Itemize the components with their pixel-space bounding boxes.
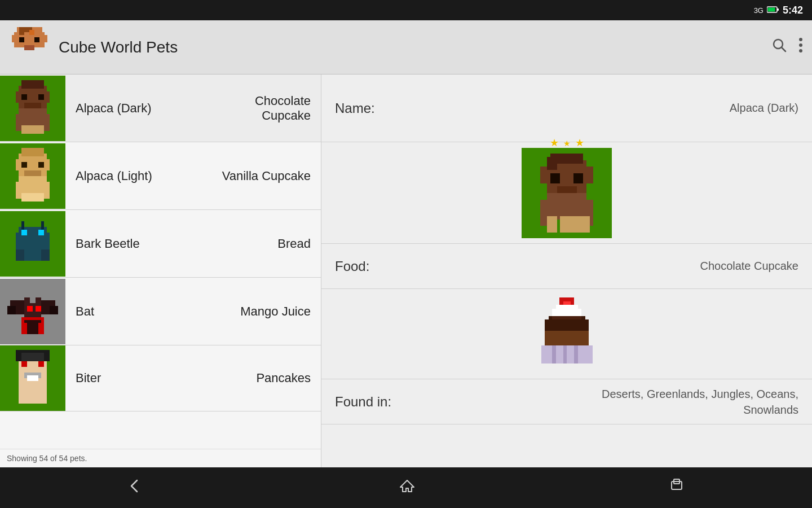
app-title: Cube World Pets [59, 38, 771, 56]
svg-rect-42 [38, 193, 44, 202]
svg-rect-7 [19, 37, 24, 42]
pet-name: Alpaca (Dark) [76, 101, 255, 116]
svg-rect-61 [36, 306, 41, 312]
status-icons: 3G 5:42 [754, 5, 803, 16]
svg-rect-45 [21, 148, 44, 156]
status-bar: 3G 5:42 [0, 0, 812, 20]
app-bar: Cube World Pets [0, 20, 812, 75]
svg-rect-24 [19, 108, 47, 125]
svg-point-13 [774, 40, 783, 49]
svg-rect-96 [574, 345, 578, 364]
svg-rect-6 [42, 34, 47, 42]
pet-thumbnail [0, 143, 65, 209]
svg-rect-20 [44, 91, 50, 103]
svg-rect-39 [16, 182, 21, 199]
svg-rect-26 [44, 114, 50, 131]
pet-name: Bat [76, 304, 240, 319]
detail-pet-image: ★ ★ ★ [522, 148, 612, 238]
svg-rect-34 [44, 159, 50, 170]
signal-icon: 3G [754, 6, 764, 15]
svg-point-17 [799, 49, 802, 52]
svg-rect-19 [16, 91, 21, 103]
pet-list-panel: Alpaca (Dark) ChocolateCupcake [0, 75, 321, 467]
svg-rect-43 [27, 193, 33, 202]
svg-rect-70 [38, 361, 44, 367]
svg-rect-37 [24, 170, 41, 176]
svg-rect-73 [33, 375, 38, 381]
svg-rect-25 [16, 114, 21, 131]
svg-line-14 [782, 48, 786, 52]
name-value: Alpaca (Dark) [448, 102, 798, 115]
svg-rect-86 [547, 216, 557, 232]
svg-rect-33 [16, 159, 21, 170]
svg-rect-67 [38, 323, 44, 334]
pet-name: Bark Beetle [76, 237, 277, 251]
svg-rect-29 [27, 125, 33, 134]
svg-rect-95 [563, 345, 567, 364]
list-item[interactable]: Bark Beetle Bread [0, 210, 321, 278]
time-display: 5:42 [783, 5, 803, 16]
svg-rect-47 [16, 233, 50, 249]
main-content: Alpaca (Dark) ChocolateCupcake [0, 75, 812, 467]
home-button[interactable] [377, 474, 438, 502]
svg-rect-52 [24, 249, 41, 261]
list-item[interactable]: Bat Mango Juice [0, 278, 321, 345]
detail-found-row: Found in: Deserts, Greenlands, Jungles, … [321, 379, 812, 424]
app-logo [9, 27, 50, 68]
pet-thumbnail [0, 279, 65, 344]
detail-food-image-row [321, 289, 812, 379]
list-item[interactable]: Alpaca (Light) Vanilla Cupcake [0, 142, 321, 210]
svg-rect-10 [19, 27, 24, 35]
svg-rect-50 [16, 249, 24, 261]
search-icon[interactable] [771, 37, 787, 57]
list-item[interactable]: Alpaca (Dark) ChocolateCupcake [0, 75, 321, 142]
battery-icon [767, 6, 779, 15]
detail-food-row: Food: Chocolate Cupcake [321, 244, 812, 289]
svg-rect-60 [27, 306, 33, 312]
pet-food: ChocolateCupcake [255, 94, 311, 123]
svg-rect-49 [38, 230, 44, 235]
more-options-icon[interactable] [798, 37, 803, 57]
svg-rect-53 [21, 221, 24, 230]
svg-point-15 [799, 38, 802, 41]
svg-rect-1 [777, 8, 779, 11]
svg-rect-62 [24, 297, 30, 306]
svg-rect-51 [41, 249, 50, 261]
svg-rect-79 [583, 167, 593, 183]
pet-thumbnail [0, 345, 65, 411]
svg-marker-106 [400, 480, 414, 492]
pet-thumbnail [0, 211, 65, 277]
detail-pet-image-row: ★ ★ ★ [321, 142, 812, 244]
found-label: Found in: [335, 394, 448, 410]
svg-rect-22 [38, 94, 44, 100]
back-button[interactable] [104, 474, 167, 502]
svg-rect-72 [27, 375, 33, 381]
svg-rect-83 [547, 193, 586, 220]
svg-rect-87 [560, 216, 570, 232]
svg-rect-76 [21, 353, 44, 361]
pet-name: Alpaca (Light) [76, 169, 222, 183]
svg-rect-21 [21, 94, 27, 100]
svg-rect-58 [7, 306, 16, 314]
svg-rect-74 [19, 387, 47, 404]
svg-rect-35 [21, 162, 27, 168]
svg-rect-12 [29, 29, 34, 34]
svg-rect-28 [38, 125, 44, 134]
svg-rect-88 [570, 216, 580, 232]
svg-rect-91 [547, 156, 557, 169]
svg-rect-69 [21, 361, 27, 367]
list-item[interactable]: Biter Pancakes [0, 345, 321, 411]
name-label: Name: [335, 100, 448, 116]
nav-bar [0, 467, 812, 508]
pet-thumbnail [0, 76, 65, 141]
app-bar-actions [771, 37, 803, 57]
recents-button[interactable] [647, 474, 708, 502]
pet-food: Mango Juice [240, 304, 311, 319]
svg-rect-81 [573, 173, 583, 183]
pet-detail-panel: Name: Alpaca (Dark) ★ ★ ★ [321, 75, 812, 467]
svg-rect-38 [19, 176, 47, 193]
list-footer: Showing 54 of 54 pets. [0, 449, 321, 467]
svg-rect-54 [41, 221, 44, 230]
svg-rect-107 [672, 481, 682, 489]
pet-food: Bread [277, 237, 311, 251]
